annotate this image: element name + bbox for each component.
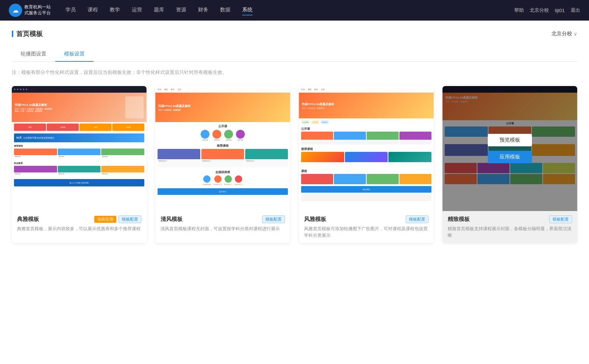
t2-course-2: PyTorch入门 [201, 149, 244, 167]
t2-tav-3 [225, 175, 232, 183]
t3-pill-2: 在线直播 [311, 120, 320, 124]
template-name-3: 风雅模板 [304, 216, 326, 223]
t1-footer-course-1: 课程名称 [14, 166, 57, 177]
t1-footer-course-2: 课程名称 [58, 166, 101, 177]
t2-cinfo-2: PyTorch入门 [201, 159, 244, 163]
template-preview-fengya: 学员课程教学运营 托福TPO1-54真题及解析 沪江◇ 口语空谷 · 超值课实 … [299, 86, 434, 211]
t1-footer-course-3: 课程名称 [101, 166, 144, 177]
t2-tname-3: PyTorch入门 [224, 183, 232, 185]
badge-config-1[interactable]: 模板配置 [119, 215, 141, 223]
t3-pill-1: 全科课程 [301, 120, 310, 124]
nav-item-resources[interactable]: 资源 [176, 5, 186, 15]
t1-info-2: 课程名称 [58, 155, 101, 158]
nav-item-questions[interactable]: 题库 [154, 5, 164, 15]
nav-logo[interactable]: ☁ 教育机构一站 式服务云平台 [9, 4, 51, 17]
template-name-1: 典雅模板 [17, 216, 39, 223]
t2-tname-1: 工程技术专业 [202, 183, 211, 185]
t2-tname-2: PyTorch入门 [214, 183, 222, 185]
t2-open-label: 公开课 [155, 122, 290, 130]
template-desc-4: 精致首页模板支持课程展示封面，各模板分隔明显，界面简洁清晰 [448, 225, 572, 239]
nav-branch[interactable]: 北京分校 [530, 7, 549, 14]
templates-grid: 托福TPO1-54真题及解析 沪江◇ 心态◇ 口语空谷 · 超值课实 · 最佳搭… [12, 86, 577, 243]
t3-courses-grid [299, 174, 434, 185]
badge-config-4[interactable]: 模板配置 [549, 215, 572, 223]
nav-logout[interactable]: 退出 [571, 7, 580, 14]
template-badges-3: 模板配置 [406, 215, 428, 223]
nav-item-students[interactable]: 学员 [66, 5, 76, 15]
t1-promo-banner: 30天 让你摆脱平庸 知识使你更有魅力 [14, 133, 144, 142]
t3-oc-thumb-3 [367, 132, 399, 140]
t1-course-3: 课程名称 [101, 149, 144, 160]
tab-carousel[interactable]: 轮播图设置 [12, 47, 55, 62]
template-info-jingzhi: 精致模板 模板配置 精致首页模板支持课程展示封面，各模板分隔明显，界面简洁清晰 [442, 211, 577, 243]
t1-info-1: 课程名称 [14, 155, 57, 158]
t2-nav-dots: 学员课程教学运营 [158, 88, 181, 90]
nav-item-system[interactable]: 系统 [242, 5, 253, 15]
t3-oc-2 [334, 132, 366, 144]
t1-nav-dot4 [23, 89, 24, 90]
t2-course-1: PyTorch入门 [158, 149, 200, 167]
t3-rec-thumb-2 [345, 152, 388, 162]
nav-right: 帮助 北京分校 lijt01 退出 [514, 7, 580, 14]
t1-thumb-3 [101, 149, 144, 155]
t3-cg-2 [334, 174, 366, 184]
t2-av-3 [224, 130, 233, 139]
t2-join-btn: 蓝天学社 [158, 188, 288, 195]
t1-nav-dot5 [26, 89, 27, 90]
t2-teacher-3: PyTorch入门 [224, 175, 232, 185]
nav-user[interactable]: lijt01 [555, 8, 565, 13]
t3-oc-thumb-1 [301, 132, 333, 140]
template-info-fengya: 风雅模板 模板配置 风雅首页模板可添加轮播图下广告图片，可对课程及课程包设置学科… [299, 211, 434, 243]
logo-icon: ☁ [9, 4, 22, 17]
tab-template[interactable]: 模板设置 [55, 47, 94, 62]
branch-selector[interactable]: 北京分校 ∨ [551, 31, 577, 37]
t1-footer-thumb-2 [58, 166, 101, 172]
t3-oc-3 [367, 132, 399, 144]
t2-course-list: PyTorch入门 PyTorch入门 PyTorch入门 [155, 149, 290, 169]
badge-config-3[interactable]: 模板配置 [406, 215, 428, 223]
nav-bar: ☁ 教育机构一站 式服务云平台 学员 课程 教学 运营 题库 资源 财务 数据 … [0, 0, 589, 21]
t1-thumb-1 [14, 149, 57, 155]
t3-rec-thumb-3 [388, 152, 431, 162]
t3-courses-label: 课程 [299, 168, 434, 174]
template-card-qingfeng: 学员课程教学运营 托福TPO1-54真题及解析 沪江◇ 口语空谷 · 超值课实 … [155, 86, 290, 243]
t2-cinfo-3: PyTorch入门 [245, 159, 288, 163]
nav-item-teaching[interactable]: 教学 [110, 5, 120, 15]
t3-cg-1 [301, 174, 333, 184]
t2-teacher-2: PyTorch入门 [214, 175, 222, 185]
t1-coupons: ¥30 +¥200 ¥30 +¥200 [12, 122, 147, 132]
t1-banner-text: 托福TPO1-54真题及解析 沪江◇ 心态◇ 口语空谷 · 超值课实 · 最佳搭… [15, 103, 125, 112]
preview-template-button[interactable]: 预览模板 [488, 134, 532, 146]
t1-footer-thumb-1 [14, 166, 57, 172]
template-badges-2: 模板配置 [262, 215, 285, 223]
nav-item-finance[interactable]: 财务 [198, 5, 208, 15]
badge-config-2[interactable]: 模板配置 [262, 215, 285, 223]
t2-tav-1 [203, 175, 211, 183]
t1-course-1: 课程名称 [14, 149, 57, 160]
t1-header [12, 86, 147, 93]
tabs-container: 轮播图设置 模板设置 [12, 47, 577, 62]
nav-item-data[interactable]: 数据 [220, 5, 230, 15]
t2-tav-4 [235, 175, 242, 183]
template-badges-4: 模板配置 [549, 215, 572, 223]
t3-cg-3 [367, 174, 399, 184]
nav-item-operations[interactable]: 运营 [132, 5, 142, 15]
t3-oc-1 [301, 132, 333, 144]
t3-open-courses [299, 132, 434, 146]
t1-cta: 嵌入人工智能 更多课程 [14, 179, 144, 186]
t1-banner-figure [125, 96, 144, 118]
apply-template-button[interactable]: 应用模板 [488, 151, 532, 163]
t2-thumb-2 [201, 149, 244, 159]
branch-label: 北京分校 [551, 31, 572, 37]
t3-cta-btn: 报名课程 [301, 186, 431, 193]
t1-footer-info-1: 课程名称 [14, 172, 57, 175]
template-desc-3: 风雅首页模板可添加轮播图下广告图片，可对课程及课程包设置学科分类展示 [304, 225, 428, 239]
t1-thumb-2 [58, 149, 101, 155]
nav-help[interactable]: 帮助 [514, 7, 524, 14]
template-info-dianyan: 典雅模板 当前应用 模板配置 典雅首页模板，展示内容较多，可以展示优惠券和多个推… [12, 211, 147, 236]
t2-teacher-4: PyTorch入门 [234, 175, 243, 185]
note-text: 注：模板有部分个性化样式设置，设置后仅当前模板生效；非个性化样式设置后只针对所有… [12, 69, 577, 76]
template-card-fengya: 学员课程教学运营 托福TPO1-54真题及解析 沪江◇ 口语空谷 · 超值课实 … [299, 86, 434, 243]
nav-item-courses[interactable]: 课程 [88, 5, 98, 15]
t4-overlay: 预览模板 应用模板 [442, 86, 577, 211]
